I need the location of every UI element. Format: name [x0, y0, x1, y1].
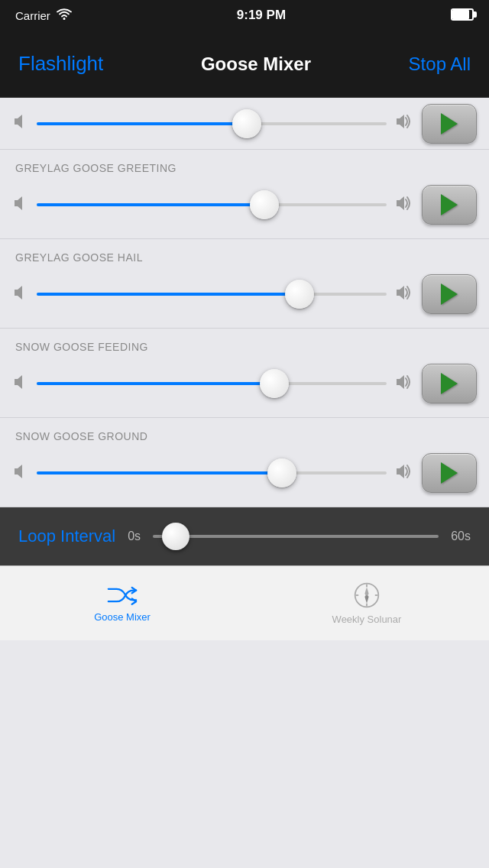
vol-high-icon-snow-feeding: [394, 374, 414, 394]
slider-fill-snow-ground: [37, 471, 282, 474]
sound-section-snow-feeding: SNOW GOOSE FEEDING: [0, 329, 489, 418]
slider-thumb-snow-ground[interactable]: [267, 458, 296, 487]
sound-controls-greylag-hail: [0, 268, 489, 328]
svg-marker-3: [15, 196, 22, 210]
svg-marker-17: [364, 587, 368, 595]
wifi-icon: [57, 8, 72, 23]
loop-interval-slider[interactable]: [153, 520, 439, 553]
slider-fill-partial: [37, 122, 247, 125]
battery-container: [451, 8, 474, 22]
sound-controls-greylag-greeting: [0, 179, 489, 238]
sound-label-snow-feeding: SNOW GOOSE FEEDING: [0, 329, 489, 358]
slider-track-greylag-hail: [37, 293, 387, 296]
play-button-snow-feeding[interactable]: [422, 364, 477, 403]
sound-label-greylag-hail: GREYLAG GOOSE HAIL: [0, 239, 489, 268]
vol-low-icon-greylag-greeting: [12, 195, 29, 215]
svg-marker-6: [397, 286, 404, 300]
loop-slider-thumb[interactable]: [162, 523, 189, 550]
svg-marker-9: [15, 465, 22, 478]
slider-track-partial: [37, 122, 387, 125]
play-icon-partial: [441, 113, 458, 134]
sound-label-snow-ground: SNOW GOOSE GROUND: [0, 418, 489, 447]
volume-slider-greylag-hail[interactable]: [37, 277, 387, 311]
play-button-snow-ground[interactable]: [422, 453, 477, 493]
play-icon-greylag-hail: [441, 283, 458, 305]
play-button-greylag-hail[interactable]: [422, 274, 477, 314]
sound-controls-snow-feeding: [0, 358, 489, 417]
sound-section-snow-ground: SNOW GOOSE GROUND: [0, 418, 489, 507]
vol-low-icon-snow-feeding: [12, 374, 29, 394]
svg-marker-18: [364, 595, 368, 604]
sound-section-greylag-hail: GREYLAG GOOSE HAIL: [0, 239, 489, 329]
status-left: Carrier: [15, 8, 72, 23]
tab-goose-mixer[interactable]: Goose Mixer: [0, 576, 244, 630]
sound-label-greylag-greeting: GREYLAG GOOSE GREETING: [0, 150, 489, 179]
nav-title: Goose Mixer: [201, 53, 311, 75]
tab-weekly-solunar-label: Weekly Solunar: [332, 614, 402, 625]
play-icon-snow-ground: [441, 462, 458, 484]
vol-high-icon-greylag-greeting: [394, 195, 414, 215]
tab-goose-mixer-label: Goose Mixer: [94, 611, 151, 623]
battery-fill: [452, 10, 469, 19]
loop-end-label: 60s: [451, 530, 471, 543]
partial-controls: [12, 104, 477, 144]
tab-weekly-solunar[interactable]: Weekly Solunar: [244, 574, 489, 633]
slider-track-snow-feeding: [37, 382, 387, 385]
svg-marker-10: [397, 465, 404, 478]
slider-fill-snow-feeding: [37, 382, 274, 385]
sound-rows-container: GREYLAG GOOSE GREETING: [0, 150, 489, 507]
loop-slider-track: [153, 535, 439, 538]
volume-slider-snow-feeding[interactable]: [37, 367, 387, 400]
slider-thumb-snow-feeding[interactable]: [260, 369, 289, 398]
loop-interval-label: Loop Interval: [18, 526, 115, 546]
svg-marker-4: [397, 196, 404, 210]
play-button-partial[interactable]: [422, 104, 477, 144]
svg-point-0: [63, 18, 65, 20]
nav-bar: Flashlight Goose Mixer Stop All: [0, 31, 489, 98]
slider-thumb-partial[interactable]: [232, 109, 261, 138]
carrier-label: Carrier: [15, 9, 50, 22]
svg-marker-1: [15, 115, 22, 128]
svg-marker-7: [15, 375, 22, 389]
play-button-greylag-greeting[interactable]: [422, 185, 477, 225]
compass-icon: [353, 581, 381, 609]
vol-high-icon-partial: [394, 113, 414, 134]
sound-section-greylag-greeting: GREYLAG GOOSE GREETING: [0, 150, 489, 239]
vol-high-icon-snow-ground: [394, 463, 414, 484]
vol-low-icon-greylag-hail: [12, 284, 29, 305]
svg-marker-2: [397, 115, 404, 128]
sound-controls-snow-ground: [0, 447, 489, 507]
battery-icon: [451, 8, 474, 21]
tab-bar: Goose Mixer Weekly Solunar: [0, 565, 489, 640]
volume-slider-snow-ground[interactable]: [37, 456, 387, 490]
shuffle-icon: [107, 584, 138, 607]
svg-marker-8: [397, 375, 404, 389]
stop-all-button[interactable]: Stop All: [409, 53, 471, 75]
play-icon-snow-feeding: [441, 373, 458, 394]
play-icon-greylag-greeting: [441, 194, 458, 215]
vol-low-icon-snow-ground: [12, 463, 29, 484]
volume-slider-partial[interactable]: [37, 107, 387, 141]
vol-low-icon-partial: [12, 113, 29, 134]
svg-marker-5: [15, 286, 22, 300]
status-time: 9:19 PM: [237, 8, 286, 23]
slider-thumb-greylag-greeting[interactable]: [250, 190, 279, 219]
loop-start-label: 0s: [128, 530, 141, 543]
partial-sound-row: [0, 98, 489, 150]
volume-slider-greylag-greeting[interactable]: [37, 188, 387, 222]
slider-track-snow-ground: [37, 471, 387, 474]
loop-interval-bar: Loop Interval 0s 60s: [0, 507, 489, 565]
slider-track-greylag-greeting: [37, 203, 387, 206]
slider-thumb-greylag-hail[interactable]: [285, 280, 314, 309]
slider-fill-greylag-hail: [37, 293, 300, 296]
nav-left-button[interactable]: Flashlight: [18, 52, 103, 76]
status-bar: Carrier 9:19 PM: [0, 0, 489, 31]
slider-fill-greylag-greeting: [37, 203, 264, 206]
vol-high-icon-greylag-hail: [394, 284, 414, 305]
